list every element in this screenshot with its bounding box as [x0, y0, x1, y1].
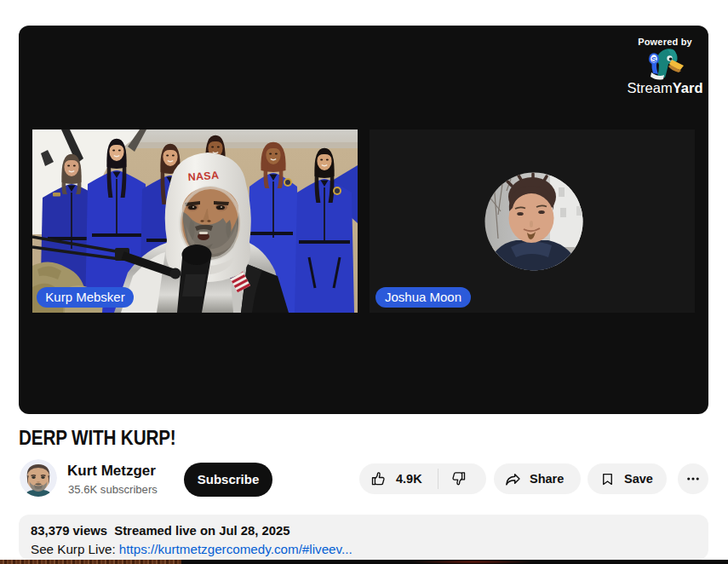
svg-text:S: S [651, 55, 656, 64]
svg-text:NASA: NASA [187, 170, 220, 184]
